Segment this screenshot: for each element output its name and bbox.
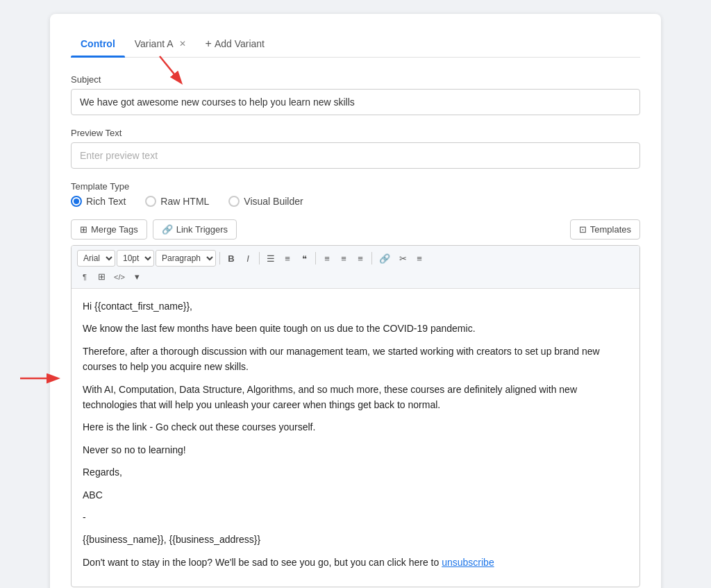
divider-2 [259, 252, 260, 264]
tab-control[interactable]: Control [71, 31, 125, 56]
code-button[interactable]: </> [110, 271, 128, 283]
templates-icon: ⊡ [579, 224, 587, 235]
subject-input[interactable] [71, 89, 640, 115]
align-left-button[interactable]: ≡ [319, 251, 335, 266]
radio-raw-html-label: Raw HTML [160, 196, 209, 207]
content-line-5: Never so no to learning! [83, 442, 628, 457]
add-variant-button[interactable]: + Add Variant [196, 31, 274, 57]
content-line-3: With AI, Computation, Data Structure, Al… [83, 382, 628, 413]
radio-raw-html-circle [145, 196, 156, 207]
link-icon: 🔗 [162, 224, 173, 235]
tab-variant-a[interactable]: Variant A ✕ [125, 31, 196, 56]
dropdown-button[interactable]: ▾ [130, 269, 145, 284]
templates-label: Templates [590, 224, 631, 235]
link-triggers-button[interactable]: 🔗 Link Triggers [153, 219, 237, 240]
merge-tags-button[interactable]: ⊞ Merge Tags [71, 219, 147, 240]
source-button[interactable]: ¶ [77, 271, 92, 283]
unlink-button[interactable]: ✂ [395, 251, 410, 266]
content-line-unsubscribe-row: Don't want to stay in the loop? We'll be… [83, 555, 628, 570]
radio-visual-builder-circle [228, 196, 240, 207]
content-line-business: {{business_name}}, {{business_address}} [83, 532, 628, 547]
radio-visual-builder-label: Visual Builder [244, 196, 303, 207]
align-center-button[interactable]: ≡ [336, 251, 351, 266]
style-select[interactable]: Paragraph [156, 250, 216, 267]
radio-visual-builder[interactable]: Visual Builder [228, 196, 303, 207]
preview-text-field-group: Preview Text [71, 128, 640, 169]
action-toolbar-row: ⊞ Merge Tags 🔗 Link Triggers ⊡ Templates [71, 219, 640, 240]
template-type-options: Rich Text Raw HTML Visual Builder [71, 196, 640, 207]
preview-text-input[interactable] [71, 142, 640, 169]
tabs-row: Control Variant A ✕ + Add Variant [71, 31, 640, 58]
link-button[interactable]: 🔗 [376, 251, 394, 266]
add-variant-label: Add Variant [215, 38, 265, 49]
italic-button[interactable]: I [240, 251, 256, 266]
radio-rich-text[interactable]: Rich Text [71, 196, 126, 207]
radio-rich-text-label: Rich Text [86, 196, 126, 207]
editor-toolbar-row-1: Arial 10pt Paragraph B I ☰ ≡ ❝ ≡ ≡ ≡ [77, 250, 634, 267]
divider-4 [371, 252, 372, 264]
merge-tags-icon: ⊞ [80, 224, 87, 235]
divider-1 [219, 252, 220, 264]
toolbar-left: ⊞ Merge Tags 🔗 Link Triggers [71, 219, 237, 240]
ordered-list-button[interactable]: ≡ [280, 251, 295, 266]
divider-3 [315, 252, 316, 264]
content-line-2: Therefore, after a thorough discussion w… [83, 344, 628, 375]
subject-label: Subject [71, 74, 640, 85]
editor-wrapper: Arial 10pt Paragraph B I ☰ ≡ ❝ ≡ ≡ ≡ [71, 245, 640, 587]
content-line-6: Regards, [83, 464, 628, 480]
unsubscribe-link[interactable]: unsubscribe [442, 557, 494, 568]
template-type-label: Template Type [71, 181, 640, 192]
link-triggers-label: Link Triggers [176, 224, 228, 235]
bold-button[interactable]: B [224, 251, 239, 266]
merge-tags-label: Merge Tags [91, 224, 138, 235]
subject-field-group: Subject [71, 74, 640, 115]
arrow-annotation-2 [17, 368, 65, 389]
templates-button[interactable]: ⊡ Templates [570, 219, 640, 240]
size-select[interactable]: 10pt [117, 250, 154, 267]
radio-raw-html[interactable]: Raw HTML [145, 196, 209, 207]
table-button[interactable]: ⊞ [94, 269, 109, 284]
plus-icon: + [206, 37, 212, 50]
unordered-list-button[interactable]: ☰ [263, 251, 278, 266]
editor-toolbar: Arial 10pt Paragraph B I ☰ ≡ ❝ ≡ ≡ ≡ [72, 246, 639, 289]
font-select[interactable]: Arial [77, 250, 115, 267]
content-line-1: We know the last few months have been qu… [83, 321, 628, 336]
unsubscribe-text-before: Don't want to stay in the loop? We'll be… [83, 557, 439, 568]
content-line-4: Here is the link - Go check out these co… [83, 419, 628, 435]
tab-control-label: Control [81, 38, 115, 49]
tab-close-icon[interactable]: ✕ [179, 39, 186, 49]
radio-rich-text-circle [71, 196, 82, 207]
main-card: Control Variant A ✕ + Add Variant Subjec… [50, 14, 661, 588]
content-line-dash: - [83, 510, 628, 525]
content-line-greeting: Hi {{contact_first_name}}, [83, 299, 628, 314]
content-line-7: ABC [83, 487, 628, 503]
preview-text-label: Preview Text [71, 128, 640, 138]
tab-variant-a-label: Variant A [135, 38, 174, 49]
blockquote-button[interactable]: ❝ [296, 251, 312, 266]
more-button[interactable]: ≡ [412, 251, 427, 266]
align-right-button[interactable]: ≡ [353, 251, 368, 266]
editor-content[interactable]: Hi {{contact_first_name}}, We know the l… [72, 289, 639, 587]
template-type-group: Template Type Rich Text Raw HTML Visual … [71, 181, 640, 207]
editor-toolbar-row-2: ¶ ⊞ </> ▾ [77, 269, 634, 284]
